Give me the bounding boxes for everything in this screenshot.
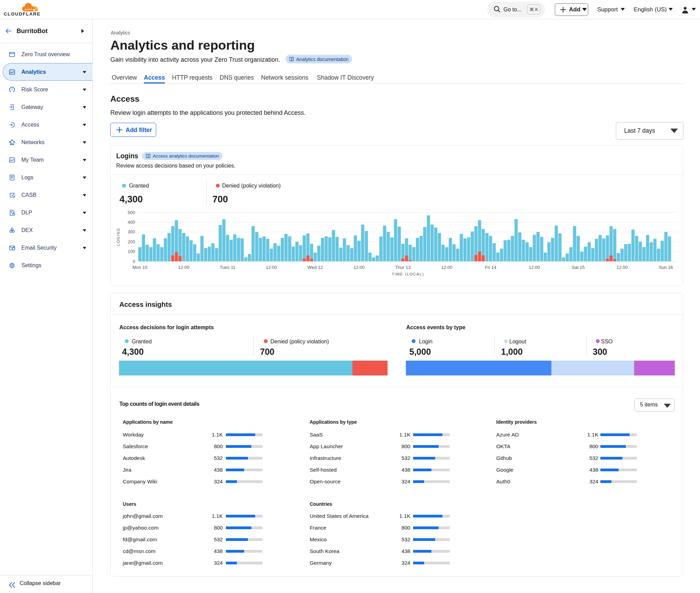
svg-text:TIME (LOCAL): TIME (LOCAL) <box>392 272 424 276</box>
svg-text:12:00: 12:00 <box>441 265 452 270</box>
svg-text:Fri 14: Fri 14 <box>485 265 496 270</box>
svg-text:Wed 12: Wed 12 <box>308 265 323 270</box>
svg-text:LOGINS: LOGINS <box>116 228 120 246</box>
svg-text:Tues 11: Tues 11 <box>220 265 236 270</box>
svg-text:400: 400 <box>128 220 135 225</box>
svg-text:300: 300 <box>128 229 135 234</box>
svg-text:100: 100 <box>128 249 135 254</box>
svg-text:Sat 15: Sat 15 <box>572 265 585 270</box>
svg-text:12:00: 12:00 <box>178 265 190 270</box>
svg-text:12:00: 12:00 <box>617 265 628 270</box>
svg-text:200: 200 <box>128 239 135 244</box>
svg-text:0: 0 <box>133 259 135 264</box>
svg-text:500: 500 <box>128 210 135 215</box>
svg-text:Mon 10: Mon 10 <box>132 265 147 270</box>
svg-text:12:00: 12:00 <box>353 265 365 270</box>
svg-text:12:00: 12:00 <box>529 265 540 270</box>
svg-text:12:00: 12:00 <box>266 265 277 270</box>
svg-text:Thur 13: Thur 13 <box>395 265 411 270</box>
svg-text:Sun 16: Sun 16 <box>659 265 673 270</box>
